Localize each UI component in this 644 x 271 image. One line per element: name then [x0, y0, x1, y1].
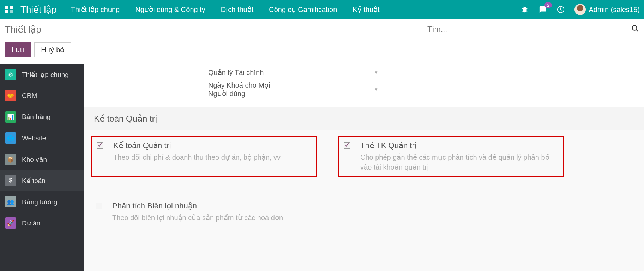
sidebar-item-label: Thiết lập chung — [22, 71, 69, 79]
setting-desc: Theo dõi chi phí & doanh thu theo dự án,… — [113, 152, 281, 162]
setting-title: Thẻ TK Quản trị — [360, 141, 558, 150]
main-menu: Thiết lập chung Người dùng & Công ty Dịc… — [71, 5, 521, 14]
setting-desc: Theo dõi biên lợi nhuận của sản phẩm từ … — [112, 213, 283, 223]
setting-title: Phân tích Biên lợi nhuận — [112, 201, 283, 211]
field-select[interactable]: ▼ — [286, 84, 381, 95]
svg-point-5 — [632, 26, 637, 30]
chevron-down-icon: ▼ — [374, 70, 378, 75]
chevron-down-icon: ▼ — [374, 87, 378, 92]
sidebar-item-6[interactable]: 👥Bảng lương — [0, 191, 84, 212]
svg-rect-1 — [10, 6, 13, 9]
field-lock-date: Ngày Khoá cho Mọi Người dùng ▼ — [208, 81, 644, 98]
setting-body: Thẻ TK Quản trịCho phép gắn thẻ các mục … — [360, 141, 558, 172]
svg-rect-3 — [10, 10, 13, 13]
sidebar-item-label: Kế toán — [22, 177, 46, 185]
sidebar-item-3[interactable]: 🌐Website — [0, 128, 84, 149]
setting-checkbox[interactable] — [97, 142, 103, 149]
menu-users[interactable]: Người dùng & Công ty — [135, 5, 205, 14]
field-select[interactable]: ▼ — [286, 67, 381, 78]
menu-technical[interactable]: Kỹ thuật — [353, 5, 379, 14]
save-button[interactable]: Lưu — [5, 42, 31, 57]
brand-title[interactable]: Thiết lập — [20, 4, 57, 15]
sidebar-icon: ⚙ — [5, 69, 16, 80]
setting-item-2: Phân tích Biên lợi nhuậnTheo dõi biên lợ… — [91, 198, 317, 226]
sidebar-item-label: Bán hàng — [22, 113, 50, 121]
svg-line-6 — [636, 30, 638, 32]
sidebar-item-0[interactable]: ⚙Thiết lập chung — [0, 64, 84, 85]
sidebar-icon: 🚀 — [5, 217, 16, 229]
messages-icon[interactable]: 2 — [538, 6, 547, 13]
topbar: Thiết lập Thiết lập chung Người dùng & C… — [0, 0, 644, 19]
field-fiscal-advisor: Quản lý Tài chính ▼ — [208, 67, 644, 78]
setting-checkbox[interactable] — [344, 142, 350, 149]
apps-icon[interactable] — [4, 5, 14, 14]
avatar-icon — [574, 4, 586, 15]
user-name: Admin (sales15) — [589, 6, 640, 14]
sidebar-icon: 🌐 — [5, 132, 16, 144]
sidebar-item-label: Website — [22, 134, 46, 142]
bug-icon[interactable] — [521, 6, 529, 13]
menu-general[interactable]: Thiết lập chung — [71, 5, 120, 14]
sidebar-item-4[interactable]: 📦Kho vận — [0, 149, 84, 170]
svg-rect-2 — [5, 10, 8, 13]
discard-button[interactable]: Huỷ bỏ — [34, 42, 71, 57]
user-menu[interactable]: Admin (sales15) — [574, 4, 640, 15]
sidebar-icon: 👥 — [5, 196, 16, 207]
sidebar-item-1[interactable]: 🤝CRM — [0, 85, 84, 106]
setting-title: Kế toán Quản trị — [113, 141, 281, 150]
breadcrumb[interactable]: Thiết lập — [5, 24, 41, 35]
settings-sidebar: ⚙Thiết lập chung🤝CRM📊Bán hàng🌐Website📦Kh… — [0, 64, 84, 271]
settings-grid: Kế toán Quản trịTheo dõi chi phí & doanh… — [84, 130, 644, 232]
fiscal-block: Quản lý Tài chính ▼ Ngày Khoá cho Mọi Ng… — [84, 64, 644, 107]
setting-desc: Cho phép gắn thẻ các mục phân tích và để… — [360, 152, 558, 172]
search-wrap — [427, 24, 639, 35]
menu-gamification[interactable]: Công cụ Gamification — [269, 5, 337, 14]
messages-badge: 2 — [544, 2, 552, 8]
section-title: Kế toán Quản trị — [84, 107, 644, 130]
menu-translations[interactable]: Dịch thuật — [221, 5, 253, 14]
field-label: Quản lý Tài chính — [208, 68, 286, 77]
setting-checkbox[interactable] — [96, 203, 102, 209]
sidebar-icon: 📦 — [5, 154, 16, 165]
svg-rect-0 — [5, 6, 8, 9]
sidebar-item-label: Dự án — [22, 219, 40, 227]
subheader: Thiết lập Lưu Huỷ bỏ — [0, 19, 644, 64]
sidebar-icon: $ — [5, 175, 16, 186]
sidebar-item-label: Kho vận — [22, 155, 47, 164]
setting-body: Phân tích Biên lợi nhuậnTheo dõi biên lợ… — [112, 201, 283, 223]
sidebar-icon: 📊 — [5, 111, 16, 123]
setting-item-0: Kế toán Quản trịTheo dõi chi phí & doanh… — [91, 136, 317, 177]
field-label: Ngày Khoá cho Mọi Người dùng — [208, 81, 286, 98]
sidebar-item-label: Bảng lương — [22, 198, 57, 206]
sidebar-item-7[interactable]: 🚀Dự án — [0, 212, 84, 234]
topbar-right: 2 Admin (sales15) — [521, 4, 640, 15]
sidebar-item-2[interactable]: 📊Bán hàng — [0, 106, 84, 128]
sidebar-item-label: CRM — [22, 92, 37, 100]
sidebar-item-5[interactable]: $Kế toán — [0, 170, 84, 191]
search-icon[interactable] — [631, 25, 639, 34]
sidebar-icon: 🤝 — [5, 90, 16, 101]
setting-body: Kế toán Quản trịTheo dõi chi phí & doanh… — [113, 141, 281, 172]
activity-icon[interactable] — [557, 6, 565, 13]
settings-content: Quản lý Tài chính ▼ Ngày Khoá cho Mọi Ng… — [84, 64, 644, 271]
setting-item-1: Thẻ TK Quản trịCho phép gắn thẻ các mục … — [338, 136, 564, 177]
search-input[interactable] — [427, 25, 631, 34]
